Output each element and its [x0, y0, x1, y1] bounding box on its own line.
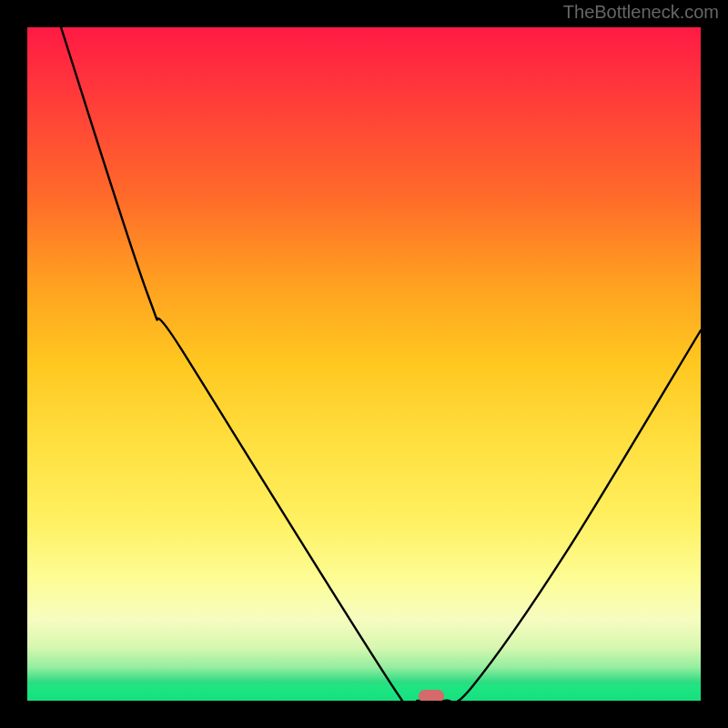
chart-plot-area	[27, 27, 701, 701]
optimum-indicator	[419, 690, 444, 701]
bottleneck-curve	[27, 27, 701, 701]
attribution-text: TheBottleneck.com	[563, 2, 719, 23]
